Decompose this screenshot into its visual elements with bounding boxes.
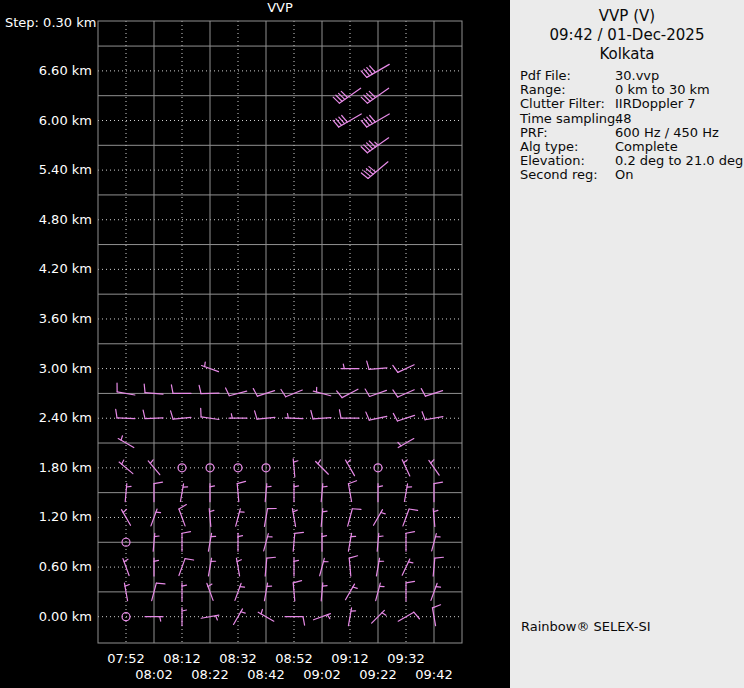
wind-barb-shaft	[237, 484, 239, 502]
wind-barb-feather	[116, 409, 117, 418]
wind-barb-half-feather	[126, 486, 131, 487]
wind-barb-feather	[156, 583, 165, 584]
wind-barb-feather	[421, 389, 425, 397]
wind-barb-half-feather	[216, 616, 218, 620]
y-tick-label: 3.00 km	[32, 361, 92, 376]
x-tick-label: 09:02	[298, 667, 346, 682]
wind-barb-half-feather	[154, 560, 159, 561]
y-tick-label: 2.40 km	[32, 410, 92, 425]
vendor-branding: Rainbow® SELEX-SI	[521, 619, 651, 634]
x-tick-label: 08:32	[214, 651, 262, 666]
wind-barb-feather	[171, 385, 173, 394]
wind-barb-feather	[337, 391, 342, 398]
wind-barb-feather	[393, 365, 398, 372]
wind-barb-feather	[414, 612, 420, 619]
wind-barb-half-feather	[327, 615, 329, 619]
wind-barb-half-feather	[182, 585, 187, 586]
wind-barb-feather	[199, 385, 201, 393]
y-tick-label: 1.80 km	[32, 460, 92, 475]
wind-barb-half-feather	[322, 511, 327, 512]
field-second-reg: Second reg: On	[520, 168, 740, 182]
station-name: Kolkata	[510, 45, 744, 64]
wind-barb-shaft	[293, 583, 295, 601]
wind-barb-feather	[182, 532, 191, 534]
wind-barb-feather	[253, 389, 257, 397]
wind-barb-shaft	[117, 418, 135, 419]
wind-barb-half-feather	[294, 560, 299, 561]
wind-barb-feather	[435, 557, 444, 558]
wind-barb-feather	[352, 509, 361, 510]
wind-barb-feather	[303, 617, 305, 626]
wind-barb-feather	[295, 532, 304, 533]
x-tick-label: 09:22	[354, 667, 402, 682]
wind-barb-half-feather	[431, 460, 434, 463]
wind-barb-half-feather	[322, 486, 327, 487]
wind-barb-half-feather	[123, 509, 126, 512]
x-tick-label: 08:02	[130, 667, 178, 682]
y-tick-label: 6.60 km	[32, 63, 92, 78]
wind-barb-feather	[349, 556, 357, 558]
field-value: 30.vvp	[615, 69, 740, 83]
wind-barb-half-feather	[404, 460, 408, 463]
x-tick-label: 09:32	[382, 651, 430, 666]
wind-barb-feather	[267, 557, 276, 558]
wind-barb-feather	[434, 482, 443, 484]
wind-barb-feather	[185, 559, 194, 560]
field-value: 0 km to 30 km	[615, 83, 740, 97]
wind-barb-half-feather	[237, 560, 241, 562]
x-tick-label: 08:42	[242, 667, 290, 682]
wind-barb-shaft	[201, 393, 219, 394]
wind-barb-half-feather	[125, 585, 129, 587]
wind-barb-chart	[0, 0, 510, 688]
wind-barb-half-feather	[436, 587, 441, 588]
parameter-list: Pdf File: 30.vvp Range: 0 km to 30 km Cl…	[520, 69, 740, 183]
wind-barb-shaft	[145, 393, 163, 395]
wind-barb-shaft	[348, 509, 353, 526]
wind-barb-half-feather	[205, 362, 206, 367]
field-elevation: Elevation: 0.2 deg to 21.0 deg	[520, 154, 740, 168]
wind-barb-feather	[179, 505, 186, 509]
wind-barb-half-feather	[240, 587, 245, 588]
field-label: Second reg:	[520, 168, 615, 182]
wind-barb-half-feather	[294, 486, 299, 487]
wind-barb-shaft	[179, 509, 185, 526]
wind-barb-shaft	[403, 509, 409, 526]
wind-barb-half-feather	[381, 513, 385, 514]
wind-barb-half-feather	[294, 461, 298, 462]
wind-barb-half-feather	[343, 364, 344, 369]
y-tick-label: 4.80 km	[32, 212, 92, 227]
wind-barb-feather	[406, 532, 415, 534]
field-label: Alg type:	[520, 140, 615, 154]
field-label: Range:	[520, 83, 615, 97]
wind-barb-feather	[339, 410, 341, 419]
wind-barb-half-feather	[160, 617, 161, 622]
info-panel: VVP (V) 09:42 / 01-Dec-2025 Kolkata Pdf …	[510, 0, 744, 688]
panel-header: VVP (V) 09:42 / 01-Dec-2025 Kolkata	[510, 7, 744, 64]
wind-barb-half-feather	[154, 536, 159, 537]
wind-barb-shaft	[265, 558, 267, 576]
field-value: 48	[615, 112, 740, 126]
field-label: Elevation:	[520, 154, 615, 168]
x-tick-label: 08:22	[186, 667, 234, 682]
wind-barb-feather	[393, 413, 397, 421]
wind-barb-half-feather	[322, 586, 327, 587]
wind-barb-half-feather	[121, 436, 122, 440]
wind-barb-shaft	[349, 558, 351, 576]
wind-barb-feather	[366, 412, 369, 420]
x-tick-label: 09:12	[326, 651, 374, 666]
wind-barb-half-feather	[353, 587, 357, 588]
wind-barb-half-feather	[150, 460, 153, 464]
wind-barb-half-feather	[378, 536, 383, 537]
wind-barb-half-feather	[156, 512, 161, 513]
field-value: 600 Hz / 450 Hz	[615, 126, 740, 140]
field-value: Complete	[615, 140, 740, 154]
field-value: IIRDoppler 7	[615, 97, 740, 111]
wind-barb-half-feather	[266, 486, 271, 487]
wind-barb-feather	[143, 410, 145, 418]
x-tick-label: 07:52	[102, 651, 150, 666]
field-alg-type: Alg type: Complete	[520, 140, 740, 154]
y-tick-label: 3.60 km	[32, 311, 92, 326]
wind-barb-feather	[144, 384, 145, 393]
wind-barb-half-feather	[182, 610, 187, 611]
x-tick-label: 08:52	[270, 651, 318, 666]
